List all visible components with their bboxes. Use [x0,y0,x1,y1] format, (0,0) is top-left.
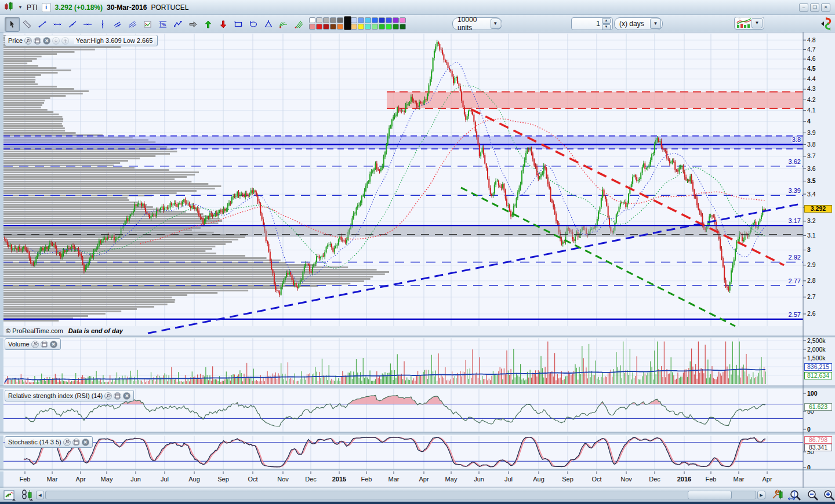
svg-text:2.8: 2.8 [807,277,816,284]
color-swatch-188818[interactable] [393,24,399,30]
ellipse-tool[interactable] [246,17,261,32]
chart-settings-icon[interactable] [771,490,784,501]
link-instrument-icon[interactable] [21,490,35,501]
scrollbar-track[interactable] [45,491,756,499]
arrow-down-tool[interactable] [216,17,231,32]
trend-line-tool[interactable] [65,17,80,32]
scrollbar-thumb[interactable] [688,491,732,499]
color-swatch-7a3a10[interactable] [330,24,336,30]
pitchfork-tool[interactable] [125,17,140,32]
wrench-icon[interactable] [63,439,71,446]
scrollbar-left-arrow[interactable]: ◀ [36,491,44,499]
svg-text:Mar: Mar [47,476,58,483]
pattern-tool[interactable] [140,17,155,32]
color-swatch-e89090[interactable] [309,24,315,30]
color-swatch-106018[interactable] [400,24,406,30]
cursor-tool[interactable] [5,17,20,32]
svg-text:2.57: 2.57 [789,311,801,318]
spinner-arrows[interactable]: ▲▼ [602,18,611,30]
color-swatch-0a0a0a[interactable] [344,16,351,30]
indicator-dropdown-caret[interactable]: ▼ [752,18,763,28]
period-dropdown-caret[interactable]: ▼ [650,19,661,29]
units-dropdown[interactable]: 10000 units ▼ [452,17,502,30]
restore-button[interactable]: ❏ [810,3,819,12]
horizontal-segment-tool[interactable] [50,17,65,32]
chart-canvas[interactable]: 3.83.623.393.172.922.772.572.62.72.82.93… [0,0,835,504]
window-icon[interactable] [34,37,41,45]
svg-text:3.6: 3.6 [807,165,816,172]
color-swatch-f8c878[interactable] [351,24,357,30]
speed-lines-tool[interactable] [291,17,306,32]
units-dropdown-caret[interactable]: ▼ [491,19,500,29]
window-icon[interactable] [72,439,80,446]
svg-text:3: 3 [807,246,811,253]
export-chart-icon[interactable] [3,490,17,501]
color-swatch-6f9df2[interactable] [358,17,364,23]
color-swatch-30e830[interactable] [386,24,392,30]
color-swatch-c6d6f6[interactable] [351,17,357,23]
color-swatch-ffffff[interactable] [309,17,315,23]
svg-text:2016: 2016 [677,476,691,483]
segment-tool[interactable] [35,17,50,32]
color-swatch-88e890[interactable] [372,24,378,30]
window-icon[interactable] [114,392,121,400]
rectangle-tool[interactable] [231,17,246,32]
color-swatch-28b828[interactable] [379,24,385,30]
close-panel-icon[interactable]: ✕ [123,392,130,400]
arrow-up-tool[interactable] [201,17,216,32]
color-swatch-60e8d0[interactable] [365,24,371,30]
svg-text:3.17: 3.17 [789,217,801,224]
triangle-tool[interactable] [261,17,276,32]
svg-text:0: 0 [807,426,811,433]
color-swatch-f27fd2[interactable] [400,17,406,23]
bars-spinner[interactable]: 1 ▲▼ [571,17,613,30]
zoom-in-icon[interactable] [822,490,835,501]
svg-text:Oct: Oct [591,476,601,483]
channel-tool[interactable] [110,17,125,32]
volume-panel-header: Volume ✕ [5,338,61,350]
vertical-line-tool[interactable] [95,17,110,32]
close-panel-icon[interactable]: ✕ [50,341,57,348]
svg-text:Apr: Apr [762,476,772,483]
color-swatch-8c8c8c[interactable] [330,17,336,23]
color-swatch-b0b0b0[interactable] [323,17,329,23]
volume-ma-marker: 836,215 [804,363,832,371]
color-swatch-59c7f0[interactable] [365,17,371,23]
color-swatch-2436c8[interactable] [379,17,385,23]
svg-text:Jun: Jun [474,476,484,483]
ruler-tool[interactable] [20,17,35,32]
wrench-icon[interactable] [24,37,32,45]
close-panel-icon[interactable]: ✕ [82,439,89,446]
indicator-button[interactable]: ▼ [734,17,764,30]
scrollbar-right-arrow[interactable]: ▶ [757,491,765,499]
instrument-dropdown-caret[interactable]: ▼ [18,5,23,10]
color-swatch-d4d4d4[interactable] [316,17,322,23]
fibonacci-fan-tool[interactable] [276,17,291,32]
color-swatch-2f6df2[interactable] [372,17,378,23]
zigzag-tool[interactable] [170,17,186,32]
svg-text:3.7: 3.7 [807,152,816,159]
color-swatch-e02020[interactable] [316,24,322,30]
window-icon[interactable] [41,341,48,348]
wrench-icon[interactable] [31,341,39,348]
color-swatch-f08030[interactable] [337,24,343,30]
percent-retracement-tool[interactable]: % [155,17,170,32]
color-swatch-f8f020[interactable] [358,24,364,30]
zoom-fit-icon[interactable] [787,490,803,501]
wrench-icon[interactable] [104,392,112,400]
svg-text:Dec: Dec [649,476,660,483]
color-swatch-6a6a6a[interactable] [337,17,343,23]
zoom-out-icon[interactable] [806,490,820,501]
svg-text:Sep: Sep [217,476,229,483]
horizontal-line-tool[interactable] [80,17,95,32]
period-dropdown[interactable]: (x) days ▼ [614,17,663,30]
close-button[interactable]: ✕ [821,3,830,12]
color-swatch-3d52e8[interactable] [386,17,392,23]
color-swatch-8e2fd6[interactable] [393,17,399,23]
info-icon[interactable]: i [42,3,51,12]
close-panel-icon[interactable]: ✕ [43,37,50,45]
arrow-right-tool[interactable] [186,17,201,32]
svg-text:%: % [162,22,166,27]
minimize-button[interactable]: – [799,3,808,12]
color-swatch-b01818[interactable] [323,24,329,30]
